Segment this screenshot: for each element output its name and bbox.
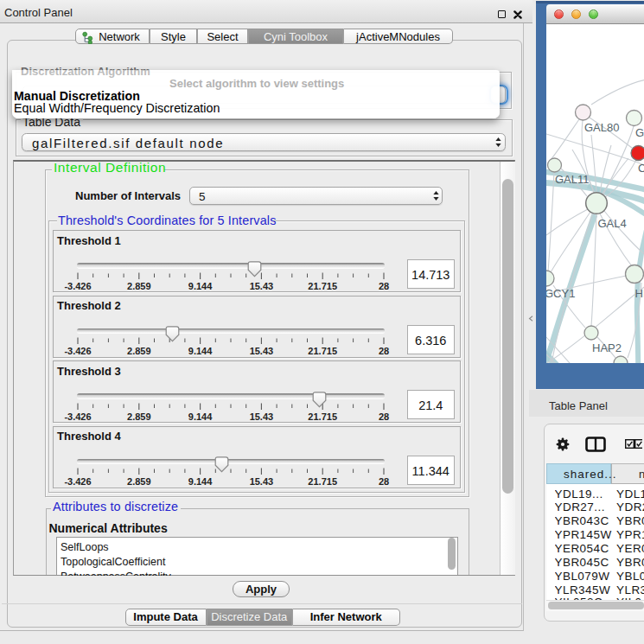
svg-text:GCY1: GCY1 bbox=[546, 287, 575, 300]
svg-text:GAL80: GAL80 bbox=[584, 121, 619, 134]
svg-text:GAL11: GAL11 bbox=[555, 173, 590, 186]
svg-text:HAP2: HAP2 bbox=[592, 341, 622, 354]
svg-text:C: C bbox=[638, 162, 644, 175]
svg-text:GA: GA bbox=[635, 126, 644, 139]
svg-text:GAL4: GAL4 bbox=[598, 217, 627, 230]
svg-text:HI: HI bbox=[635, 287, 644, 300]
